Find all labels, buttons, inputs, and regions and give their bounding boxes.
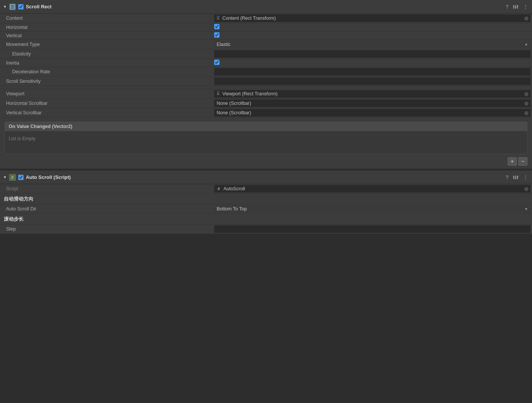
content-target-icon[interactable]: ◎ [524,16,528,21]
event-empty-text: List is Empty [9,136,36,141]
content-field-icon: ⠿ [216,16,220,21]
step-value: 0.5 [213,224,532,234]
horizontal-scrollbar-value: None (Scrollbar) ◎ [213,99,532,108]
horizontal-scrollbar-target-icon[interactable]: ◎ [524,101,528,106]
deceleration-rate-input[interactable]: 0.135 [214,68,530,76]
scroll-rect-sliders-button[interactable] [512,3,519,10]
movement-type-select[interactable]: Unrestricted Elastic Clamped [214,41,530,48]
auto-scroll-enabled-checkbox[interactable] [18,175,24,180]
movement-type-value: Unrestricted Elastic Clamped [213,40,532,49]
auto-scroll-more-button[interactable]: ⋮ [522,174,529,181]
horizontal-scrollbar-field[interactable]: None (Scrollbar) ◎ [214,100,530,107]
vertical-row: Vertical [0,32,532,40]
scroll-rect-header-actions: ? ⋮ [505,3,529,11]
auto-scroll-header-actions: ? ⋮ [505,174,529,181]
add-event-button[interactable]: + [508,157,517,166]
deceleration-rate-row: Deceleration Rate 0.135 [0,67,532,77]
auto-scroll-dir-value: Bottom To Top Top To Bottom Left To Righ… [213,204,532,213]
movement-type-label: Movement Type [0,41,213,48]
auto-scroll-sliders-button[interactable] [512,174,519,181]
svg-rect-10 [515,175,516,179]
script-value: ＃ AutoScroll ◎ [213,184,532,193]
scroll-rect-panel: ▼ Scroll Rect ? [0,0,532,169]
auto-scroll-dir-select[interactable]: Bottom To Top Top To Bottom Left To Righ… [214,205,530,213]
content-value: ⠿ Content (Rect Transform) ◎ [213,14,532,23]
auto-scroll-dir-row: Auto Scroll Dir Bottom To Top Top To Bot… [0,204,532,214]
scroll-rect-more-button[interactable]: ⋮ [522,3,529,11]
svg-rect-13 [515,178,516,179]
auto-scroll-dir-section-value [213,198,532,200]
inertia-row: Inertia [0,59,532,67]
viewport-value: ⠿ Viewport (Rect Transform) ◎ [213,89,532,98]
movement-type-row: Movement Type Unrestricted Elastic Clamp… [0,40,532,49]
content-field-text: Content (Rect Transform) [222,16,524,21]
scroll-rect-help-button[interactable]: ? [505,3,509,11]
vertical-value [213,32,532,40]
viewport-object-field[interactable]: ⠿ Viewport (Rect Transform) ◎ [214,90,530,98]
viewport-target-icon[interactable]: ◎ [524,91,528,96]
auto-scroll-dir-dropdown-wrapper: Bottom To Top Top To Bottom Left To Righ… [214,205,530,213]
svg-rect-5 [517,5,518,9]
scroll-rect-icon [9,3,16,10]
scroll-sensitivity-label: Scroll Sensitivity [0,77,213,85]
content-label: Content [0,14,213,22]
inertia-checkbox[interactable] [214,60,219,65]
horizontal-row: Horizontal [0,23,532,32]
scroll-rect-properties: Content ⠿ Content (Rect Transform) ◎ Hor… [0,14,532,118]
elasticity-label: Elasticity [0,50,213,58]
svg-rect-8 [517,6,518,6]
script-field-text: AutoScroll [223,186,524,191]
viewport-field-text: Viewport (Rect Transform) [222,91,524,96]
auto-scroll-help-button[interactable]: ? [505,174,509,181]
vertical-scrollbar-row: Vertical Scrollbar None (Scrollbar) ◎ [0,108,532,118]
auto-scroll-collapse-arrow[interactable]: ▼ [3,175,7,179]
auto-scroll-dir-label: Auto Scroll Dir [0,205,213,213]
script-label: Script [0,185,213,193]
svg-rect-4 [515,5,516,9]
horizontal-checkbox[interactable] [214,24,219,29]
vertical-checkbox[interactable] [214,32,219,38]
vertical-scrollbar-target-icon[interactable]: ◎ [524,110,528,115]
inertia-label: Inertia [0,59,213,67]
viewport-field-icon: ⠿ [216,91,220,96]
auto-scroll-header: ▼ # Auto Scroll (Script) ? ⋮ [0,171,532,184]
auto-scroll-panel: ▼ # Auto Scroll (Script) ? ⋮ [0,171,532,234]
svg-rect-14 [517,176,518,177]
vertical-label: Vertical [0,32,213,40]
script-target-icon[interactable]: ◎ [524,186,528,191]
script-object-field[interactable]: ＃ AutoScroll ◎ [214,185,530,193]
vertical-scrollbar-label: Vertical Scrollbar [0,109,213,117]
auto-scroll-icon: # [9,174,16,181]
content-object-field[interactable]: ⠿ Content (Rect Transform) ◎ [214,14,530,22]
step-section-label: 滚动步长 [0,215,213,224]
movement-type-dropdown-wrapper: Unrestricted Elastic Clamped [214,41,530,48]
scroll-sensitivity-input[interactable]: 1 [214,77,530,85]
auto-scroll-dir-section-row: 自动滑动方向 [0,194,532,204]
viewport-row: Viewport ⠿ Viewport (Rect Transform) ◎ [0,89,532,99]
auto-scroll-properties: Script ＃ AutoScroll ◎ 自动滑动方向 Auto Scroll… [0,184,532,234]
svg-rect-12 [513,177,515,177]
event-body: List is Empty [5,131,527,154]
auto-scroll-title: Auto Scroll (Script) [26,174,502,180]
elasticity-input[interactable]: 0.1 [214,50,530,58]
inertia-value [213,59,532,67]
vertical-scrollbar-field[interactable]: None (Scrollbar) ◎ [214,109,530,117]
horizontal-scrollbar-text: None (Scrollbar) [216,101,524,106]
deceleration-rate-label: Deceleration Rate [0,68,213,76]
remove-event-button[interactable]: − [518,157,527,166]
svg-rect-0 [10,5,15,9]
event-section: On Value Changed (Vector2) List is Empty [5,122,527,154]
spacer-row [0,86,532,89]
horizontal-label: Horizontal [0,24,213,31]
scroll-rect-enabled-checkbox[interactable] [18,4,24,9]
event-section-wrapper: On Value Changed (Vector2) List is Empty… [0,118,532,169]
vertical-scrollbar-value: None (Scrollbar) ◎ [213,108,532,117]
scroll-rect-collapse-arrow[interactable]: ▼ [3,5,7,9]
deceleration-rate-value: 0.135 [213,67,532,76]
step-input[interactable]: 0.5 [214,225,530,233]
script-row: Script ＃ AutoScroll ◎ [0,184,532,194]
step-label: Step [0,225,213,233]
step-section-row: 滚动步长 [0,214,532,224]
scroll-rect-title: Scroll Rect [26,4,502,9]
script-field-icon: ＃ [216,186,221,192]
